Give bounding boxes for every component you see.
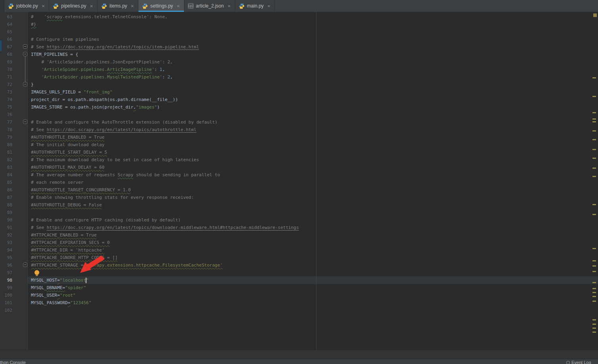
fold-marker-top[interactable] xyxy=(23,263,27,267)
warning-stripe-mark[interactable] xyxy=(592,168,596,169)
warning-stripe-mark[interactable] xyxy=(592,328,596,329)
warning-stripe-mark[interactable] xyxy=(592,332,596,333)
warning-stripe-mark[interactable] xyxy=(592,112,596,113)
code-token: # Enable and configure the AutoThrottle … xyxy=(31,120,217,125)
code-line[interactable]: 'ArticleSpider.pipelines.ArticImagePipli… xyxy=(31,66,165,73)
tab-article_2-json[interactable]: article_2.json✕ xyxy=(184,0,235,12)
warning-stripe-mark[interactable] xyxy=(592,288,596,289)
line-number: 74 xyxy=(0,96,12,103)
code-line[interactable]: MYSQL_USER="root" xyxy=(31,292,76,299)
tab-close-icon[interactable]: ✕ xyxy=(267,4,270,8)
warning-stripe-mark[interactable] xyxy=(592,265,596,267)
fold-marker-close[interactable] xyxy=(23,82,27,86)
code-line[interactable]: 'ArticleSpider.pipelines.MysqlTwistedPip… xyxy=(31,73,173,81)
warning-stripe-mark[interactable] xyxy=(592,118,596,120)
code-line[interactable]: #HTTPCACHE_DIR = 'httpcache' xyxy=(31,246,104,254)
tab-pipelines-py[interactable]: pipelines.py✕ xyxy=(49,0,98,12)
tab-close-icon[interactable]: ✕ xyxy=(227,4,230,8)
warning-stripe-mark[interactable] xyxy=(592,319,596,320)
warning-stripe-mark[interactable] xyxy=(592,282,596,283)
code-token: .extensions.telnet.TelnetConsole': None, xyxy=(63,14,168,19)
warning-stripe-mark[interactable] xyxy=(592,292,596,293)
tab-label: jobbole.py xyxy=(16,3,38,9)
code-line[interactable]: # See https://doc.scrapy.org/en/latest/t… xyxy=(31,43,199,51)
line-number: 88 xyxy=(0,201,12,209)
code-line[interactable]: # See https://doc.scrapy.org/en/latest/t… xyxy=(31,126,196,133)
code-line[interactable]: #AUTOTHROTTLE_TARGET_CONCURRENCY = 1.0 xyxy=(31,186,131,194)
code-token: # each remote server xyxy=(31,180,83,185)
warning-stripe-mark[interactable] xyxy=(592,96,596,97)
code-line[interactable]: # 'ArticleSpider.pipelines.JsonExportPip… xyxy=(31,58,173,66)
tab-settings-py[interactable]: settings.py✕ xyxy=(138,0,184,12)
tab-jobbole-py[interactable]: jobbole.py✕ xyxy=(4,0,49,12)
code-line[interactable]: # The maximum download delay to be set i… xyxy=(31,156,199,164)
code-line[interactable]: # Enable and configure HTTP caching (dis… xyxy=(31,216,181,224)
tab-items-py[interactable]: items.py✕ xyxy=(98,0,138,12)
code-line[interactable]: # The average number of requests Scrapy … xyxy=(31,171,220,179)
code-token: IMAGES_STORE = os.path.join(project_dir xyxy=(31,105,133,110)
warning-stripe-mark[interactable] xyxy=(592,121,596,122)
code-token: #} xyxy=(31,22,36,27)
python-console-button[interactable]: thon Console xyxy=(0,360,26,364)
code-line[interactable]: # Configure item pipelines xyxy=(31,36,99,43)
code-line[interactable]: #HTTPCACHE_ENABLED = True xyxy=(31,231,97,239)
code-line[interactable]: IMAGES_URLS_FIELD = "front_img" xyxy=(31,88,112,96)
code-line[interactable]: # each remote server xyxy=(31,179,83,186)
line-number: 89 xyxy=(0,209,12,216)
code-token: project_dir = os.path.abspath(os.path.di… xyxy=(31,97,178,102)
warning-stripe-mark[interactable] xyxy=(592,77,596,78)
line-number: 64 xyxy=(0,21,12,28)
warning-stripe-mark[interactable] xyxy=(592,260,596,261)
code-token: #AUTOTHROTTLE_ENABLED = True xyxy=(31,135,104,140)
tab-close-icon[interactable]: ✕ xyxy=(42,4,45,8)
warning-stripe-mark[interactable] xyxy=(592,296,596,297)
tab-close-icon[interactable]: ✕ xyxy=(131,4,134,8)
warning-stripe-mark[interactable] xyxy=(592,301,596,302)
line-number: 66 xyxy=(0,36,12,43)
tab-close-icon[interactable]: ✕ xyxy=(176,4,180,8)
code-editor[interactable]: 6364656667686970717273747576777879808182… xyxy=(0,12,598,350)
tab-close-icon[interactable]: ✕ xyxy=(90,4,93,8)
code-line[interactable]: } xyxy=(31,81,34,88)
warning-stripe-mark[interactable] xyxy=(592,324,596,325)
warning-stripe-mark[interactable] xyxy=(592,248,596,249)
code-line[interactable]: MYSQL_DBNAME="spider" xyxy=(31,284,86,292)
code-line[interactable]: # Enable and configure the AutoThrottle … xyxy=(31,118,217,126)
code-line[interactable]: #} xyxy=(31,21,36,28)
warning-stripe-mark[interactable] xyxy=(592,204,596,205)
warning-stripe-mark[interactable] xyxy=(592,139,596,140)
warning-stripe-mark[interactable] xyxy=(592,149,596,150)
event-log-button[interactable]: Event Log xyxy=(566,360,591,364)
line-number: 97 xyxy=(0,269,12,276)
code-line[interactable]: #AUTOTHROTTLE_ENABLED = True xyxy=(31,133,104,141)
line-number: 72 xyxy=(0,81,12,88)
warning-stripe-mark[interactable] xyxy=(592,130,596,131)
code-line[interactable]: IMAGES_STORE = os.path.join(project_dir,… xyxy=(31,103,160,111)
fold-marker-top[interactable] xyxy=(23,44,27,49)
code-line[interactable] xyxy=(31,269,39,276)
warning-stripe-mark[interactable] xyxy=(592,214,596,215)
code-line[interactable]: project_dir = os.path.abspath(os.path.di… xyxy=(31,96,178,103)
code-line[interactable]: # See https://doc.scrapy.org/en/latest/t… xyxy=(31,224,299,231)
code-line[interactable]: #HTTPCACHE_STORAGE = 'scrapy.extensions.… xyxy=(31,261,222,269)
code-line[interactable]: # 'scrapy.extensions.telnet.TelnetConsol… xyxy=(31,13,167,21)
warning-stripe-mark[interactable] xyxy=(592,271,596,272)
code-line[interactable]: ITEM_PIPELINES = { xyxy=(31,51,78,58)
inspection-status-indicator[interactable] xyxy=(593,13,597,17)
warning-stripe-mark[interactable] xyxy=(592,158,596,159)
python-file-icon xyxy=(8,3,14,9)
intention-lightbulb-icon[interactable] xyxy=(34,270,39,275)
code-line[interactable]: # The initial download delay xyxy=(31,141,104,149)
code-line[interactable]: #HTTPCACHE_EXPIRATION_SECS = 0 xyxy=(31,239,110,246)
code-line[interactable]: #AUTOTHROTTLE_START_DELAY = 5 xyxy=(31,149,107,156)
code-line[interactable]: # Enable showing throttling stats for ev… xyxy=(31,194,194,201)
code-line[interactable]: #AUTOTHROTTLE_DEBUG = False xyxy=(31,201,102,209)
warning-stripe-mark[interactable] xyxy=(592,176,596,177)
fold-marker-top[interactable] xyxy=(23,120,27,124)
fold-marker-open[interactable] xyxy=(23,52,27,56)
code-token: # The average number of requests xyxy=(31,172,118,177)
code-line[interactable]: MYSQL_PASSWORD="123456" xyxy=(31,299,91,307)
tab-main-py[interactable]: main.py✕ xyxy=(235,0,275,12)
code-line[interactable]: MYSQL_HOST="localhost" xyxy=(31,276,89,284)
code-line[interactable]: #AUTOTHROTTLE_MAX_DELAY = 60 xyxy=(31,164,104,171)
